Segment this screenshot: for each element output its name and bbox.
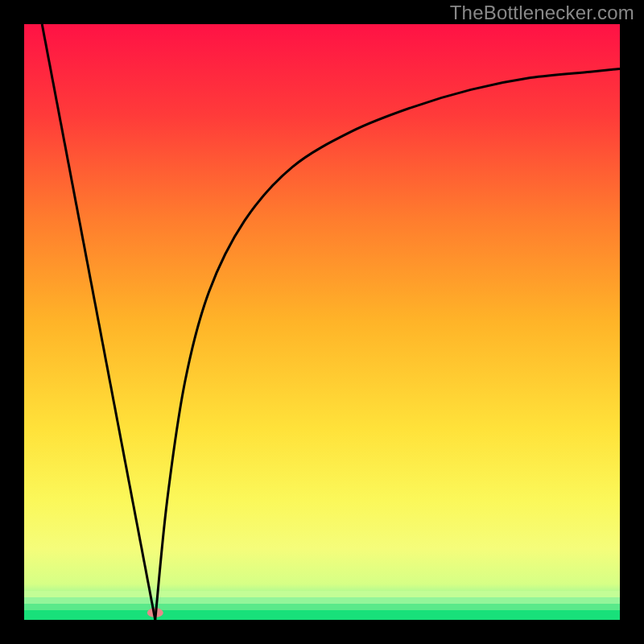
svg-rect-0 [24, 610, 620, 620]
watermark-text: TheBottlenecker.com [450, 2, 634, 24]
svg-rect-2 [24, 597, 620, 604]
green-bottom-band [24, 591, 620, 620]
svg-rect-1 [24, 604, 620, 610]
plot-svg [24, 24, 620, 620]
svg-rect-3 [24, 591, 620, 597]
chart-container: TheBottlenecker.com [0, 0, 644, 644]
gradient-background [24, 24, 620, 620]
plot-area [24, 24, 620, 620]
